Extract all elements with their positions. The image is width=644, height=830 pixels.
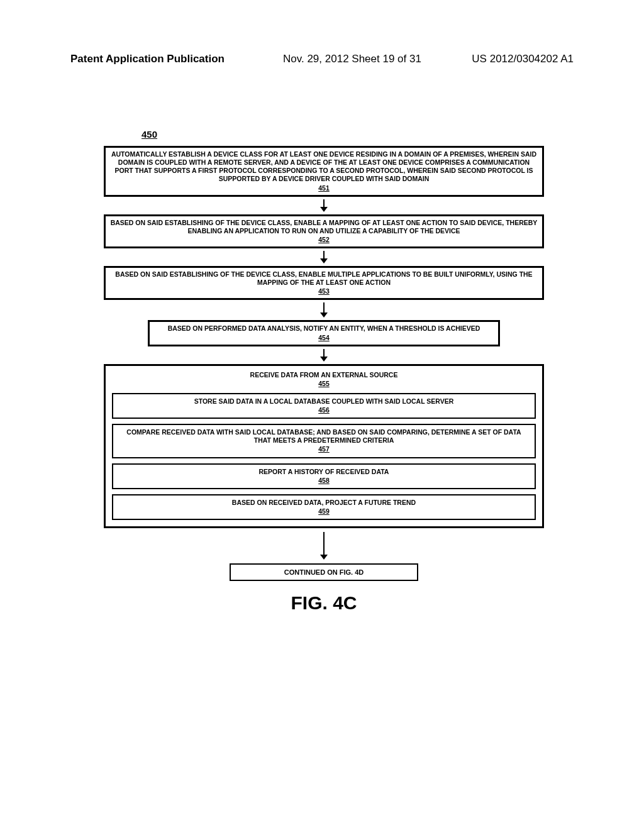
step-text: BASED ON SAID ESTABLISHING OF THE DEVICE… [111, 219, 538, 235]
step-453: BASED ON SAID ESTABLISHING OF THE DEVICE… [104, 266, 544, 300]
step-456: STORE SAID DATA IN A LOCAL DATABASE COUP… [112, 393, 536, 419]
step-455: RECEIVE DATA FROM AN EXTERNAL SOURCE 455 [112, 371, 536, 388]
step-text: REPORT A HISTORY OF RECEIVED DATA [259, 468, 389, 475]
arrow-down-icon [104, 532, 544, 560]
step-ref: 456 [118, 406, 530, 414]
step-ref: 457 [118, 445, 530, 453]
flowchart: AUTOMATICALLY ESTABLISH A DEVICE CLASS F… [104, 146, 544, 614]
svg-marker-7 [320, 357, 328, 362]
svg-marker-1 [320, 207, 328, 212]
continued-text: CONTINUED ON FIG. 4D [284, 568, 364, 576]
step-452: BASED ON SAID ESTABLISHING OF THE DEVICE… [104, 214, 544, 248]
arrow-down-icon [104, 349, 544, 362]
step-ref: 451 [109, 184, 538, 192]
step-text: BASED ON PERFORMED DATA ANALYSIS, NOTIFY… [168, 324, 480, 332]
page-header: Patent Application Publication Nov. 29, … [70, 53, 574, 65]
figure-number: 450 [142, 129, 157, 140]
step-459: BASED ON RECEIVED DATA, PROJECT A FUTURE… [112, 494, 536, 520]
step-458: REPORT A HISTORY OF RECEIVED DATA 458 [112, 463, 536, 489]
svg-marker-9 [320, 555, 328, 560]
header-publication-number: US 2012/0304202 A1 [472, 53, 574, 65]
step-ref: 453 [109, 287, 538, 296]
step-451: AUTOMATICALLY ESTABLISH A DEVICE CLASS F… [104, 146, 544, 197]
step-text: RECEIVE DATA FROM AN EXTERNAL SOURCE [250, 371, 398, 379]
step-ref: 459 [118, 507, 530, 516]
step-455-group: RECEIVE DATA FROM AN EXTERNAL SOURCE 455… [104, 364, 544, 528]
arrow-down-icon [104, 302, 544, 318]
step-text: BASED ON SAID ESTABLISHING OF THE DEVICE… [115, 270, 532, 286]
header-publication-type: Patent Application Publication [70, 53, 225, 65]
arrow-down-icon [104, 199, 544, 212]
svg-marker-5 [320, 313, 328, 318]
page: Patent Application Publication Nov. 29, … [0, 0, 644, 830]
step-text: BASED ON RECEIVED DATA, PROJECT A FUTURE… [232, 499, 416, 506]
step-457: COMPARE RECEIVED DATA WITH SAID LOCAL DA… [112, 424, 536, 458]
continued-box: CONTINUED ON FIG. 4D [230, 563, 418, 581]
step-ref: 454 [153, 334, 494, 342]
step-ref: 455 [112, 380, 536, 388]
step-ref: 458 [118, 477, 530, 485]
step-text: STORE SAID DATA IN A LOCAL DATABASE COUP… [194, 397, 454, 405]
svg-marker-3 [320, 258, 328, 263]
step-text: COMPARE RECEIVED DATA WITH SAID LOCAL DA… [126, 428, 521, 444]
arrow-down-icon [104, 251, 544, 263]
step-text: AUTOMATICALLY ESTABLISH A DEVICE CLASS F… [111, 150, 536, 182]
figure-caption: FIG. 4C [104, 592, 544, 614]
step-454: BASED ON PERFORMED DATA ANALYSIS, NOTIFY… [148, 320, 500, 346]
header-date-sheet: Nov. 29, 2012 Sheet 19 of 31 [283, 53, 421, 65]
step-ref: 452 [109, 236, 538, 244]
